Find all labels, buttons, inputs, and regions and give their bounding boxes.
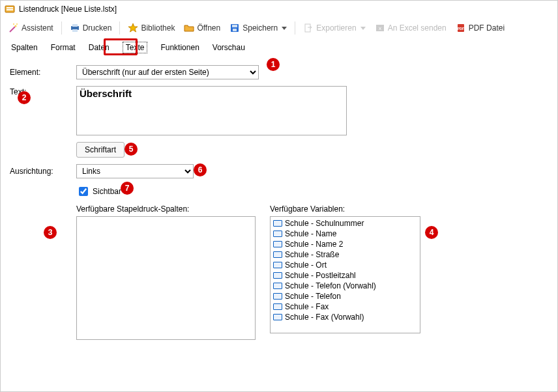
lists-wrap: Verfügbare Stapeldruck-Spalten: Verfügba… (76, 204, 420, 340)
list-item[interactable]: Schule - Name 2 (272, 239, 419, 249)
svg-text:x: x (379, 25, 381, 31)
variablen-listbox[interactable]: Schule - SchulnummerSchule - NameSchule … (270, 216, 420, 333)
tab-format[interactable]: Format (44, 41, 82, 54)
lists-row: Verfügbare Stapeldruck-Spalten: Verfügba… (10, 204, 548, 340)
sichtbar-checkbox[interactable] (79, 187, 88, 196)
tab-texte-label: Texte (123, 42, 148, 53)
print-icon (70, 23, 80, 33)
list-item[interactable]: Schule - Postleitzahl (272, 270, 419, 281)
pdf-label: PDF Datei (469, 23, 505, 33)
speichern-label: Speichern (242, 23, 278, 33)
svg-rect-12 (233, 29, 237, 31)
variablen-label: Verfügbare Variablen: (270, 204, 420, 214)
list-item-label: Schule - Schulnummer (285, 219, 364, 228)
field-icon (273, 272, 282, 279)
titlebar: Listendruck [Neue Liste.lstx] (1, 1, 557, 17)
pdf-icon: PDF (456, 23, 466, 33)
list-item-label: Schule - Postleitzahl (285, 271, 356, 280)
ausrichtung-row: Ausrichtung: Links (10, 164, 548, 178)
bibliothek-button[interactable]: Bibliothek (124, 20, 179, 36)
excel-icon: x (375, 23, 385, 33)
exportieren-label: Exportieren (316, 23, 356, 33)
bibliothek-label: Bibliothek (141, 23, 175, 33)
sichtbar-label[interactable]: Sichtbar (93, 187, 121, 196)
element-select[interactable]: Überschrift (nur auf der ersten Seite) (76, 65, 259, 79)
variablen-col: Verfügbare Variablen: Schule - Schulnumm… (270, 204, 420, 340)
export-icon (303, 23, 314, 33)
field-icon (273, 251, 282, 258)
field-icon (273, 283, 282, 289)
toolbar-separator (61, 21, 62, 35)
assistent-button[interactable]: Assistent (5, 20, 57, 36)
list-item-label: Schule - Fax (Vorwahl) (285, 313, 364, 322)
sichtbar-wrap[interactable]: Sichtbar (76, 185, 121, 198)
element-row: Element: Überschrift (nur auf der ersten… (10, 65, 548, 79)
svg-point-4 (16, 23, 18, 25)
speichern-button[interactable]: Speichern (226, 20, 291, 36)
tab-funktionen[interactable]: Funktionen (154, 41, 205, 54)
element-label: Element: (10, 68, 71, 77)
form-body: Element: Überschrift (nur auf der ersten… (1, 56, 557, 340)
text-row: Text: (10, 86, 548, 135)
ausrichtung-select[interactable]: Links (76, 164, 194, 178)
list-item-label: Schule - Name (285, 229, 336, 238)
list-item[interactable]: Schule - Telefon (Vorwahl) (272, 281, 419, 291)
exportieren-button: Exportieren (299, 20, 369, 36)
text-label: Text: (10, 86, 71, 96)
svg-marker-9 (128, 23, 138, 32)
folder-icon (184, 23, 194, 33)
list-item[interactable]: Schule - Fax (272, 301, 419, 312)
list-item-label: Schule - Telefon (285, 292, 341, 301)
list-item-label: Schule - Fax (285, 302, 329, 311)
pdf-button[interactable]: PDF PDF Datei (452, 20, 508, 36)
svg-rect-7 (72, 24, 78, 27)
svg-rect-2 (7, 9, 13, 10)
excel-button: x An Excel senden (371, 20, 450, 36)
schriftart-button[interactable]: Schriftart (76, 142, 125, 158)
oeffnen-button[interactable]: Öffnen (180, 20, 224, 36)
window-title: Listendruck [Neue Liste.lstx] (19, 5, 117, 14)
tab-vorschau[interactable]: Vorschau (206, 41, 252, 54)
tab-daten[interactable]: Daten (82, 41, 116, 54)
field-icon (273, 231, 282, 237)
ausrichtung-label: Ausrichtung: (10, 167, 71, 176)
svg-rect-13 (305, 24, 310, 32)
svg-rect-8 (72, 29, 78, 32)
svg-text:PDF: PDF (458, 27, 464, 31)
toolbar-separator (295, 21, 295, 35)
svg-rect-11 (232, 25, 237, 27)
field-icon (273, 303, 282, 310)
list-item[interactable]: Schule - Telefon (272, 291, 419, 301)
assistent-label: Assistent (22, 23, 53, 33)
svg-point-3 (15, 25, 17, 27)
tab-spalten[interactable]: Spalten (5, 41, 44, 54)
field-icon (273, 293, 282, 300)
toolbar-separator (119, 21, 120, 35)
save-icon (229, 23, 240, 33)
list-item-label: Schule - Ort (285, 260, 327, 270)
list-item[interactable]: Schule - Fax (Vorwahl) (272, 312, 419, 322)
app-icon (5, 4, 15, 14)
toolbar: Assistent Drucken Bibliothek Öffnen Spei… (1, 17, 557, 39)
field-icon (273, 220, 282, 227)
schriftart-row: Schriftart (10, 142, 548, 158)
star-icon (128, 23, 138, 33)
oeffnen-label: Öffnen (197, 23, 220, 33)
list-item[interactable]: Schule - Name (272, 229, 419, 239)
list-item[interactable]: Schule - Straße (272, 249, 419, 260)
field-icon (273, 241, 282, 247)
field-icon (273, 262, 282, 268)
tabbar: Spalten Format Daten Texte Funktionen Vo… (1, 39, 557, 56)
stapel-col: Verfügbare Stapeldruck-Spalten: (76, 204, 256, 340)
sichtbar-row: Sichtbar (10, 185, 548, 198)
text-input[interactable] (76, 86, 347, 135)
stapel-listbox[interactable] (76, 216, 256, 340)
field-icon (273, 314, 282, 320)
tab-texte[interactable]: Texte (116, 41, 154, 54)
list-item[interactable]: Schule - Schulnummer (272, 218, 419, 229)
chevron-down-icon (282, 27, 287, 30)
drucken-button[interactable]: Drucken (66, 20, 116, 36)
list-item-label: Schule - Straße (285, 250, 339, 259)
chevron-down-icon (360, 27, 366, 30)
list-item[interactable]: Schule - Ort (272, 260, 419, 270)
